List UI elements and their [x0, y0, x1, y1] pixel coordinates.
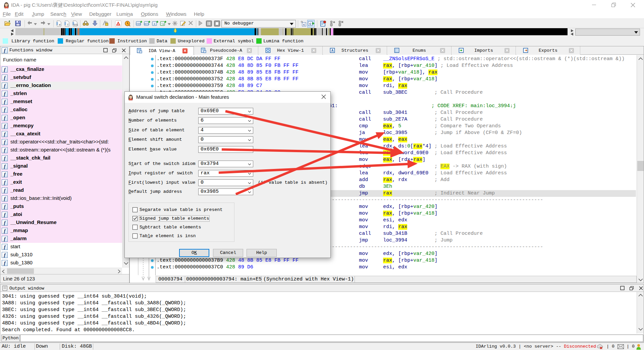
svg-text:64: 64: [129, 98, 132, 101]
svg-text:CODE: CODE: [136, 23, 141, 26]
svg-text:c: c: [303, 23, 305, 26]
svg-text:T: T: [67, 23, 69, 26]
svg-text:c: c: [309, 22, 311, 26]
svg-text:#: #: [59, 23, 61, 26]
svg-text:101: 101: [73, 23, 78, 26]
svg-text:A: A: [117, 23, 119, 26]
svg-text:'s: 's: [161, 23, 164, 26]
svg-text:DATA: DATA: [144, 23, 150, 26]
svg-text:64: 64: [5, 6, 8, 9]
